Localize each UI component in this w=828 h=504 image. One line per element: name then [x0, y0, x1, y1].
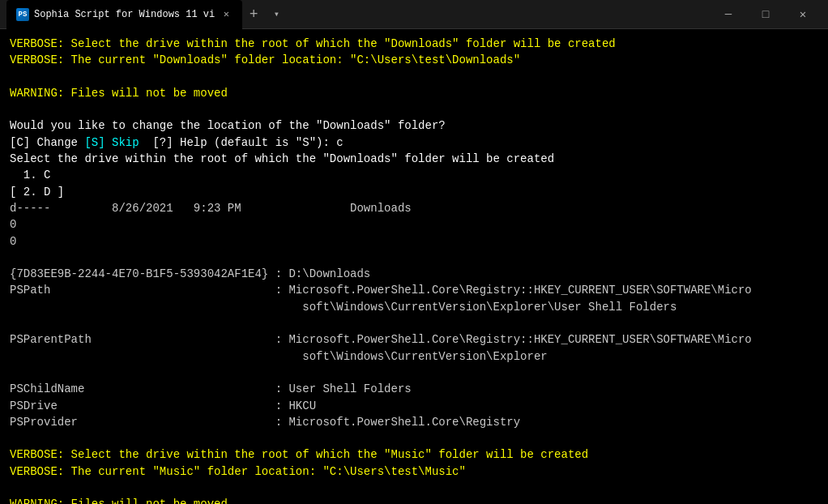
- drive-option-d: [ 2. D ]: [10, 184, 818, 200]
- prop-psdrive: PSDrive : HKCU: [10, 398, 818, 414]
- minimize-button[interactable]: ─: [710, 0, 747, 29]
- prop-guid: {7D83EE9B-2244-4E70-B1F5-5393042AF1E4} :…: [10, 266, 818, 282]
- prop-psparentpath: PSParentPath : Microsoft.PowerShell.Core…: [10, 331, 818, 348]
- prop-pschildname: PSChildName : User Shell Folders: [10, 381, 818, 397]
- blank-3: [10, 250, 818, 266]
- warning-line-1: WARNING: Files will not be moved: [10, 85, 818, 101]
- verbose-line-2: VERBOSE: The current "Downloads" folder …: [10, 52, 818, 68]
- titlebar: PS Sophia Script for Windows 11 vi ✕ + ▾…: [0, 0, 828, 29]
- question-line-1: Would you like to change the location of…: [10, 117, 818, 134]
- blank-5: [10, 365, 818, 381]
- tab-bar: PS Sophia Script for Windows 11 vi ✕ + ▾: [6, 0, 710, 29]
- tab-close-button[interactable]: ✕: [220, 8, 233, 21]
- prop-pspath-2: soft\Windows\CurrentVersion\Explorer\Use…: [10, 299, 818, 315]
- window-controls: ─ □ ✕: [710, 0, 822, 29]
- new-tab-button[interactable]: +: [242, 3, 265, 26]
- close-button[interactable]: ✕: [784, 0, 822, 29]
- warning-line-2: WARNING: Files will not be moved: [10, 496, 818, 504]
- blank-6: [10, 430, 818, 446]
- prop-pspath: PSPath : Microsoft.PowerShell.Core\Regis…: [10, 282, 818, 298]
- blank-4: [10, 315, 818, 331]
- tab-dropdown-button[interactable]: ▾: [265, 3, 288, 26]
- tab-label: Sophia Script for Windows 11 vi: [34, 9, 215, 20]
- verbose-music-1: VERBOSE: Select the drive within the roo…: [10, 446, 818, 463]
- maximize-button[interactable]: □: [747, 0, 784, 29]
- verbose-line-1: VERBOSE: Select the drive within the roo…: [10, 36, 818, 52]
- active-tab[interactable]: PS Sophia Script for Windows 11 vi ✕: [6, 0, 242, 29]
- prop-psprovider: PSProvider : Microsoft.PowerShell.Core\R…: [10, 414, 818, 430]
- verbose-music-2: VERBOSE: The current "Music" folder loca…: [10, 463, 818, 480]
- select-drive-line: Select the drive within the root of whic…: [10, 151, 818, 167]
- blank-7: [10, 480, 818, 496]
- blank-2: [10, 101, 818, 117]
- prop-psparentpath-2: soft\Windows\CurrentVersion\Explorer: [10, 348, 818, 365]
- count-0-b: 0: [10, 233, 818, 250]
- count-0-a: 0: [10, 216, 818, 233]
- drive-option-c: 1. C: [10, 167, 818, 183]
- dir-entry: d----- 8/26/2021 9:23 PM Downloads: [10, 200, 818, 216]
- tab-app-icon: PS: [16, 8, 29, 21]
- blank-1: [10, 69, 818, 85]
- terminal-window[interactable]: VERBOSE: Select the drive within the roo…: [0, 29, 828, 504]
- prompt-line-1: [C] Change [S] Skip [?] Help (default is…: [10, 135, 818, 151]
